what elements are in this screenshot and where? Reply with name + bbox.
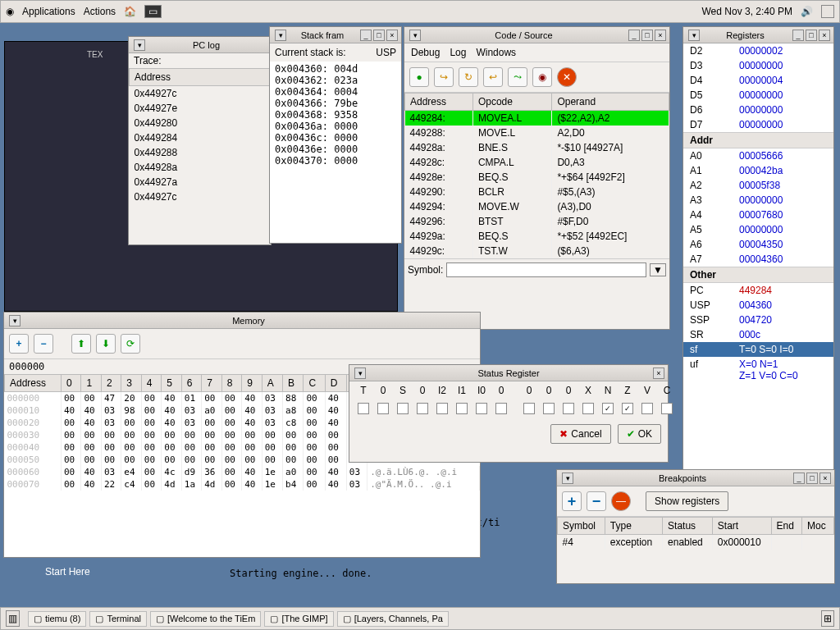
start-here[interactable]: Start Here bbox=[45, 566, 90, 578]
register-row[interactable]: D300000000 bbox=[683, 58, 833, 73]
list-item[interactable]: 0x004368: 9358 bbox=[275, 109, 396, 121]
disable-icon[interactable]: — bbox=[611, 491, 631, 511]
maximize-icon[interactable]: □ bbox=[806, 472, 818, 484]
column-header[interactable]: Address bbox=[5, 375, 62, 392]
menu-icon[interactable]: ▾ bbox=[354, 368, 366, 379]
register-row[interactable]: A400007680 bbox=[683, 208, 833, 222]
column-header[interactable]: Status bbox=[663, 518, 713, 535]
column-header[interactable]: Start bbox=[712, 518, 771, 535]
table-row[interactable]: 449284:MOVEA.L($22,A2),A2 bbox=[405, 111, 669, 126]
column-header[interactable]: End bbox=[771, 518, 801, 535]
list-item[interactable]: 0x449284 bbox=[130, 130, 271, 145]
pc-log-col[interactable]: Address bbox=[130, 69, 271, 86]
sr-checkbox[interactable] bbox=[397, 403, 409, 414]
remove-icon[interactable]: − bbox=[34, 334, 53, 354]
list-item[interactable]: 0x449280 bbox=[130, 116, 271, 130]
table-row[interactable]: 44929a:BEQ.S*+$52 [4492EC] bbox=[405, 229, 669, 244]
down-icon[interactable]: ⬇ bbox=[96, 334, 116, 354]
list-item[interactable]: 0x44927c bbox=[130, 189, 271, 204]
menu-log[interactable]: Log bbox=[450, 47, 466, 58]
show-registers-button[interactable]: Show registers bbox=[646, 491, 728, 511]
remove-icon[interactable]: − bbox=[587, 491, 606, 511]
menu-icon[interactable]: ▾ bbox=[275, 30, 286, 41]
close-icon[interactable]: × bbox=[655, 30, 666, 41]
register-row[interactable]: A200005f38 bbox=[683, 178, 833, 193]
col-operand[interactable]: Operand bbox=[552, 94, 669, 111]
maximize-icon[interactable]: □ bbox=[641, 30, 653, 41]
column-header[interactable]: 8 bbox=[221, 375, 241, 392]
list-item[interactable]: 0x00436e: 0000 bbox=[275, 144, 396, 155]
tray-icon[interactable] bbox=[821, 5, 834, 18]
column-header[interactable]: 6 bbox=[181, 375, 201, 392]
minimize-icon[interactable]: _ bbox=[793, 472, 805, 484]
list-item[interactable]: 0x44927c bbox=[130, 86, 271, 102]
terminal-icon[interactable]: ▭ bbox=[144, 5, 162, 18]
register-row[interactable]: A1000042ba bbox=[683, 163, 833, 178]
register-row[interactable]: D500000000 bbox=[683, 88, 833, 103]
col-opcode[interactable]: Opcode bbox=[472, 94, 551, 111]
sr-checkbox[interactable] bbox=[377, 403, 389, 414]
column-header[interactable]: 3 bbox=[121, 375, 141, 392]
register-row[interactable]: A000005666 bbox=[683, 148, 833, 163]
list-item[interactable]: 0x004360: 004d bbox=[275, 63, 396, 75]
maximize-icon[interactable]: □ bbox=[373, 30, 385, 41]
list-item[interactable]: 0x00436a: 0000 bbox=[275, 121, 396, 132]
sr-checkbox[interactable] bbox=[641, 403, 653, 414]
register-row[interactable]: A700004360 bbox=[683, 252, 833, 267]
list-item[interactable]: 0x00436c: 0000 bbox=[275, 132, 396, 144]
step-out-icon[interactable]: ⤳ bbox=[508, 67, 527, 87]
menu-icon[interactable]: ▾ bbox=[562, 472, 573, 484]
menu-icon[interactable]: ▾ bbox=[134, 39, 145, 51]
breakpoint-icon[interactable]: ◉ bbox=[532, 67, 552, 87]
taskbar-item[interactable]: ▢[Welcome to the TiEm bbox=[150, 611, 261, 627]
close-icon[interactable]: × bbox=[819, 472, 831, 484]
register-row[interactable]: A300000000 bbox=[683, 193, 833, 208]
table-row[interactable]: 449296:BTST#$F,D0 bbox=[405, 214, 669, 229]
register-row[interactable]: D600000000 bbox=[683, 103, 833, 117]
column-header[interactable]: D bbox=[325, 375, 346, 392]
table-row[interactable]: 44929c:TST.W($6,A3) bbox=[405, 244, 669, 258]
sr-checkbox[interactable] bbox=[436, 403, 448, 414]
sr-checkbox[interactable]: ✓ bbox=[602, 403, 614, 414]
sr-checkbox[interactable] bbox=[563, 403, 574, 414]
register-row[interactable]: ufX=0 N=1Z=1 V=0 C=0 bbox=[683, 357, 833, 383]
table-row[interactable]: 449290:BCLR#$5,(A3) bbox=[405, 185, 669, 199]
home-icon[interactable]: 🏠 bbox=[124, 6, 136, 17]
register-row[interactable]: sfT=0 S=0 I=0 bbox=[683, 342, 833, 357]
sr-checkbox[interactable] bbox=[495, 403, 507, 414]
column-header[interactable]: 1 bbox=[81, 375, 101, 392]
register-row[interactable]: D400000004 bbox=[683, 73, 833, 88]
close-icon[interactable]: × bbox=[653, 368, 664, 379]
maximize-icon[interactable]: □ bbox=[806, 30, 817, 41]
register-row[interactable]: PC449284 bbox=[683, 283, 833, 298]
up-icon[interactable]: ⬆ bbox=[71, 334, 91, 354]
add-icon[interactable]: + bbox=[9, 334, 29, 354]
menu-debug[interactable]: Debug bbox=[411, 47, 440, 58]
column-header[interactable]: C bbox=[304, 375, 325, 392]
clock[interactable]: Wed Nov 3, 2:40 PM bbox=[702, 6, 793, 17]
list-item[interactable]: 0x449288 bbox=[130, 145, 271, 160]
register-row[interactable]: D700000000 bbox=[683, 117, 833, 132]
column-header[interactable]: B bbox=[283, 375, 304, 392]
register-row[interactable]: A500000000 bbox=[683, 222, 833, 237]
run-icon[interactable]: ● bbox=[409, 67, 429, 87]
table-row[interactable]: 000070004022c4004d1a4d00401eb4004003.@"Ä… bbox=[5, 478, 480, 491]
sr-checkbox[interactable]: ✓ bbox=[622, 403, 633, 414]
menu-icon[interactable]: ▾ bbox=[9, 315, 21, 326]
close-icon[interactable]: × bbox=[386, 30, 398, 41]
column-header[interactable]: A bbox=[262, 375, 282, 392]
sr-checkbox[interactable] bbox=[661, 403, 673, 414]
symbol-input[interactable] bbox=[446, 262, 646, 277]
dropdown-icon[interactable]: ▼ bbox=[650, 263, 666, 276]
table-row[interactable]: 44928c:CMPA.LD0,A3 bbox=[405, 155, 669, 170]
menu-icon[interactable]: ▾ bbox=[688, 30, 700, 41]
list-item[interactable]: 0x004366: 79be bbox=[275, 98, 396, 109]
list-item[interactable]: 0x004370: 0000 bbox=[275, 155, 396, 167]
sr-checkbox[interactable] bbox=[358, 403, 369, 414]
minimize-icon[interactable]: _ bbox=[360, 30, 372, 41]
close-icon[interactable]: × bbox=[819, 30, 830, 41]
list-item[interactable]: 0x44927e bbox=[130, 101, 271, 116]
register-row[interactable]: A600004350 bbox=[683, 237, 833, 252]
taskbar-item[interactable]: ▢Terminal bbox=[89, 611, 147, 627]
minimize-icon[interactable]: _ bbox=[792, 30, 804, 41]
